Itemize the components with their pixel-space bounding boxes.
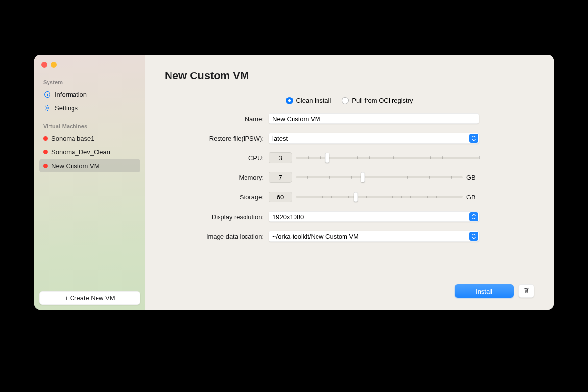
display-resolution-select[interactable]: 1920x1080	[269, 211, 479, 222]
sidebar-item-label: New Custom VM	[51, 162, 99, 170]
chevron-down-icon	[469, 212, 478, 221]
delete-button[interactable]	[518, 284, 534, 298]
chevron-down-icon	[469, 134, 478, 143]
sidebar-item-vm[interactable]: New Custom VM	[39, 159, 140, 172]
sidebar-item-vm[interactable]: Sonoma base1	[39, 131, 140, 145]
radio-label: Clean install	[296, 97, 331, 104]
gear-icon	[43, 104, 51, 112]
status-dot-icon	[43, 164, 48, 168]
info-icon	[43, 90, 51, 98]
memory-slider[interactable]	[296, 172, 463, 183]
label-cpu: CPU:	[190, 154, 269, 162]
storage-slider[interactable]	[296, 192, 463, 202]
label-memory: Memory:	[190, 174, 269, 181]
trash-icon	[523, 287, 530, 295]
image-location-select[interactable]: ~/orka-toolkit/New Custom VM	[269, 231, 479, 242]
sidebar-item-information[interactable]: Information	[39, 87, 140, 101]
page-title: New Custom VM	[165, 70, 534, 82]
minimize-window-button[interactable]	[51, 62, 57, 68]
label-name: Name:	[190, 115, 269, 122]
sidebar-item-label: Information	[55, 91, 87, 98]
storage-unit: GB	[466, 194, 479, 201]
cpu-value: 3	[269, 152, 292, 163]
label-restore-file: Restore file(IPSW):	[190, 135, 269, 142]
label-display-resolution: Display resolution:	[190, 213, 269, 220]
status-dot-icon	[43, 136, 48, 141]
install-mode-radio-group: Clean install Pull from OCI registry	[165, 97, 534, 104]
memory-value: 7	[269, 172, 292, 183]
cpu-slider[interactable]	[296, 152, 479, 163]
radio-icon	[286, 97, 293, 104]
sidebar-section-system: System	[43, 79, 136, 85]
install-button[interactable]: Install	[455, 284, 514, 298]
window-traffic-lights	[41, 62, 57, 68]
svg-point-2	[47, 92, 47, 93]
create-new-vm-button[interactable]: + Create New VM	[39, 291, 140, 305]
name-input[interactable]: New Custom VM	[269, 113, 479, 124]
sidebar: System Information Settings Virtual Mach…	[34, 55, 145, 310]
restore-file-select[interactable]: latest	[269, 133, 479, 144]
chevron-down-icon	[469, 232, 478, 241]
sidebar-section-vms: Virtual Machines	[43, 123, 136, 129]
radio-pull-oci[interactable]: Pull from OCI registry	[342, 97, 413, 104]
sidebar-item-label: Sonoma base1	[51, 135, 94, 142]
svg-point-3	[46, 107, 48, 109]
storage-value: 60	[269, 192, 292, 202]
app-window: System Information Settings Virtual Mach…	[34, 55, 554, 310]
memory-unit: GB	[466, 174, 479, 181]
status-dot-icon	[43, 150, 48, 154]
label-image-location: Image data location:	[190, 233, 269, 240]
main-panel: New Custom VM Clean install Pull from OC…	[145, 55, 554, 310]
label-storage: Storage:	[190, 194, 269, 201]
radio-label: Pull from OCI registry	[352, 97, 413, 104]
radio-clean-install[interactable]: Clean install	[286, 97, 331, 104]
radio-icon	[342, 97, 349, 104]
sidebar-item-vm[interactable]: Sonoma_Dev_Clean	[39, 145, 140, 159]
sidebar-item-label: Settings	[55, 104, 78, 112]
close-window-button[interactable]	[41, 62, 47, 68]
sidebar-item-label: Sonoma_Dev_Clean	[51, 148, 110, 156]
sidebar-item-settings[interactable]: Settings	[39, 101, 140, 115]
vm-config-form: Name: New Custom VM Restore file(IPSW): …	[190, 111, 479, 244]
